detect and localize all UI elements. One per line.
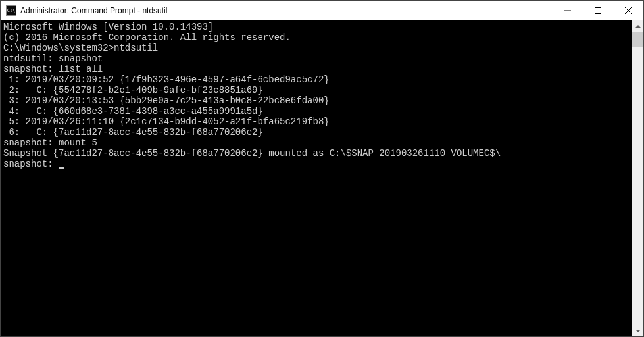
terminal-output[interactable]: Microsoft Windows [Version 10.0.14393](c… bbox=[1, 20, 632, 336]
terminal-line: 4: C: {660d68e3-7381-4398-a3cc-a455a9991… bbox=[3, 106, 630, 117]
scroll-thumb[interactable] bbox=[632, 32, 643, 47]
maximize-button[interactable] bbox=[583, 1, 613, 20]
terminal-line: 1: 2019/03/20:09:52 {17f9b323-496e-4597-… bbox=[3, 74, 630, 85]
text-cursor bbox=[59, 167, 64, 168]
terminal-line: snapshot: mount 5 bbox=[3, 138, 630, 148]
scroll-up-button[interactable] bbox=[632, 20, 643, 32]
maximize-icon bbox=[595, 7, 601, 14]
terminal-line: 3: 2019/03/20:13:53 {5bb29e0a-7c25-413a-… bbox=[3, 95, 630, 106]
minimize-icon bbox=[564, 7, 571, 14]
terminal-line: 2: C: {554278f2-b2e1-409b-9afe-bf23c8851… bbox=[3, 85, 630, 95]
app-icon: C:\ bbox=[6, 5, 16, 16]
chevron-down-icon bbox=[635, 330, 641, 332]
terminal-line: ntdsutil: snapshot bbox=[3, 53, 630, 64]
terminal-line: Snapshot {7ac11d27-8acc-4e55-832b-f68a77… bbox=[3, 148, 630, 159]
terminal-line: snapshot: bbox=[3, 159, 630, 169]
terminal-line: 5: 2019/03/26:11:10 {2c1c7134-b9dd-4052-… bbox=[3, 117, 630, 127]
terminal-line: 6: C: {7ac11d27-8acc-4e55-832b-f68a77020… bbox=[3, 127, 630, 138]
vertical-scrollbar[interactable] bbox=[632, 20, 643, 336]
terminal-line: Microsoft Windows [Version 10.0.14393] bbox=[3, 22, 630, 32]
minimize-button[interactable] bbox=[553, 1, 583, 20]
terminal-line: (c) 2016 Microsoft Corporation. All righ… bbox=[3, 32, 630, 43]
scroll-down-button[interactable] bbox=[632, 325, 643, 336]
close-icon bbox=[625, 7, 632, 14]
svg-rect-1 bbox=[595, 7, 601, 13]
window-title: Administrator: Command Prompt - ntdsutil bbox=[20, 6, 553, 15]
window-controls bbox=[553, 1, 643, 20]
terminal-line: C:\Windows\system32>ntdsutil bbox=[3, 43, 630, 53]
scroll-track[interactable] bbox=[632, 32, 643, 325]
window-titlebar: C:\ Administrator: Command Prompt - ntds… bbox=[1, 1, 643, 20]
terminal-line: snapshot: list all bbox=[3, 64, 630, 74]
chevron-up-icon bbox=[635, 25, 641, 28]
close-button[interactable] bbox=[613, 1, 643, 20]
